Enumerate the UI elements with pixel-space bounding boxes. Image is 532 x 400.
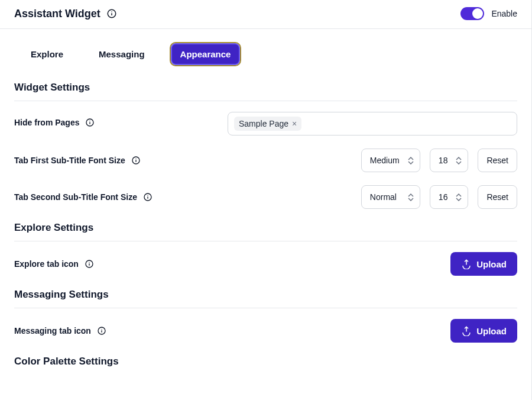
tab-first-reset-button[interactable]: Reset: [478, 149, 517, 172]
tab-second-weight-select[interactable]: Normal: [361, 185, 420, 209]
tabs: Explore Messaging Appearance: [14, 43, 517, 65]
info-icon[interactable]: [106, 8, 117, 19]
svg-point-8: [135, 159, 136, 159]
label-tab-second-font: Tab Second Sub-Title Font Size: [14, 192, 153, 202]
toggle-knob: [472, 8, 483, 19]
select-value: Normal: [370, 192, 397, 202]
row-hide-from-pages: Hide from Pages Sample Page ×: [14, 112, 517, 136]
label-hide-from-pages: Hide from Pages: [14, 112, 95, 127]
upload-label: Upload: [476, 259, 507, 269]
label-hide-from-pages-text: Hide from Pages: [14, 118, 79, 127]
header: Assistant Widget Enable: [0, 0, 531, 29]
label-explore-icon-text: Explore tab icon: [14, 259, 79, 269]
row-tab-second-font: Tab Second Sub-Title Font Size Normal: [14, 185, 517, 209]
controls-tab-second: Normal 16 Reset: [361, 185, 517, 209]
chevron-updown-icon: [407, 149, 415, 172]
tab-first-size-stepper[interactable]: 18: [430, 149, 469, 172]
label-explore-icon: Explore tab icon: [14, 259, 94, 269]
controls-tab-first: Medium 18 Reset: [361, 149, 517, 172]
label-messaging-icon-text: Messaging tab icon: [14, 326, 91, 336]
row-messaging-icon: Messaging tab icon Upload: [14, 319, 517, 343]
svg-point-2: [111, 11, 112, 12]
enable-toggle[interactable]: [460, 7, 484, 20]
upload-icon: [461, 325, 472, 336]
tab-appearance[interactable]: Appearance: [171, 43, 241, 65]
upload-icon: [461, 259, 472, 269]
hide-from-pages-input[interactable]: Sample Page ×: [228, 112, 517, 136]
label-tab-first-font-text: Tab First Sub-Title Font Size: [14, 156, 125, 165]
row-tab-first-font: Tab First Sub-Title Font Size Medium 1: [14, 149, 517, 172]
enable-label: Enable: [491, 9, 517, 18]
svg-point-5: [90, 121, 90, 121]
svg-point-11: [147, 195, 148, 196]
section-messaging-settings-title: Messaging Settings: [14, 289, 517, 308]
upload-label: Upload: [476, 326, 507, 336]
page-title: Assistant Widget: [14, 8, 100, 20]
tab-second-size-stepper[interactable]: 16: [430, 185, 469, 209]
tab-messaging[interactable]: Messaging: [89, 43, 154, 65]
close-icon[interactable]: ×: [292, 120, 297, 128]
explore-upload-button[interactable]: Upload: [450, 252, 517, 276]
number-value: 18: [439, 156, 448, 165]
label-tab-second-font-text: Tab Second Sub-Title Font Size: [14, 192, 137, 202]
tab-explore[interactable]: Explore: [21, 43, 73, 65]
svg-point-17: [101, 329, 102, 330]
info-icon[interactable]: [85, 259, 94, 269]
chevron-updown-icon: [455, 149, 463, 172]
tab-first-weight-select[interactable]: Medium: [361, 149, 420, 172]
chevron-updown-icon: [407, 186, 415, 208]
select-value: Medium: [370, 156, 400, 165]
info-icon[interactable]: [131, 156, 141, 165]
info-icon[interactable]: [97, 326, 106, 336]
label-messaging-icon: Messaging tab icon: [14, 326, 106, 336]
messaging-upload-button[interactable]: Upload: [450, 319, 517, 343]
label-tab-first-font: Tab First Sub-Title Font Size: [14, 156, 141, 165]
info-icon[interactable]: [85, 118, 95, 127]
chip-text: Sample Page: [239, 119, 288, 128]
number-value: 16: [439, 192, 448, 202]
chevron-updown-icon: [455, 186, 463, 208]
svg-point-14: [89, 262, 89, 263]
header-left: Assistant Widget: [14, 8, 117, 20]
chip-sample-page: Sample Page ×: [234, 117, 301, 131]
section-widget-settings-title: Widget Settings: [14, 82, 517, 101]
section-explore-settings-title: Explore Settings: [14, 222, 517, 241]
section-color-palette-title: Color Palette Settings: [14, 356, 517, 375]
tab-second-reset-button[interactable]: Reset: [478, 185, 517, 209]
row-explore-icon: Explore tab icon Upload: [14, 252, 517, 276]
header-right: Enable: [460, 7, 517, 20]
info-icon[interactable]: [143, 192, 153, 202]
